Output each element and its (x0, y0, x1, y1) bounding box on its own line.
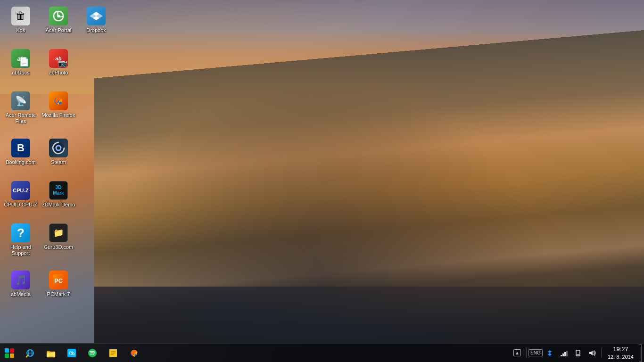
taskbar-explorer-button[interactable] (41, 344, 61, 362)
taskbar-firefox-button[interactable] (124, 344, 144, 362)
icon-pcmark[interactable]: PC PCMark 7 (40, 268, 77, 300)
taskbar-tray: ▲ ENG (511, 344, 644, 362)
svg-point-30 (578, 354, 578, 355)
tray-expand-button[interactable]: ▲ (511, 344, 524, 362)
system-clock[interactable]: 19:27 12. 8. 2014 (604, 344, 637, 362)
volume-icon[interactable] (586, 344, 599, 362)
clock-time: 19:27 (613, 346, 628, 354)
icon-3dmark[interactable]: 3DMark 3DMark Demo (40, 178, 77, 211)
svg-rect-26 (564, 352, 566, 356)
taskbar-ie-button[interactable] (20, 344, 41, 362)
desktop: 🗑 Koš ab abDocs 📡 Acer Remote Files B Bo… (0, 0, 644, 362)
svg-point-17 (88, 349, 97, 357)
icon-steam[interactable]: Steam (40, 136, 77, 168)
icon-abdocs[interactable]: ab 📄 abDocs (2, 46, 40, 79)
icon-help[interactable]: ? Help and Support (2, 221, 40, 259)
icon-guru3d[interactable]: 📁 Guru3D.com (40, 221, 77, 253)
svg-rect-24 (561, 355, 562, 356)
taskbar-sticky-button[interactable] (103, 344, 124, 362)
mobile-icon[interactable] (571, 344, 585, 362)
svg-rect-25 (562, 354, 564, 356)
start-button[interactable] (0, 344, 19, 362)
svg-rect-14 (47, 353, 55, 356)
start-icon (5, 348, 14, 358)
taskbar: 🛍 (0, 343, 644, 362)
icon-firefox[interactable]: Mozilla Firefox (40, 89, 77, 121)
taskbar-pinned-icons: 🛍 (20, 344, 144, 362)
icon-acer-portal[interactable]: Acer Portal (40, 4, 77, 36)
network-icon[interactable] (557, 344, 570, 362)
icon-cpuz[interactable]: CPU-Z CPUID CPU-Z (2, 178, 40, 211)
icon-trash[interactable]: 🗑 Koš (2, 4, 40, 36)
show-desktop-button[interactable] (638, 344, 642, 362)
icon-booking[interactable]: B Booking.com (2, 136, 40, 168)
icon-abphoto[interactable]: ab 📷 abPhoto (40, 46, 77, 79)
svg-rect-29 (577, 354, 579, 354)
icon-abmedia[interactable]: 🎵 abMedia (2, 268, 40, 300)
taskbar-store-button[interactable]: 🛍 (61, 344, 82, 362)
icon-dropbox[interactable]: Dropbox (77, 4, 115, 36)
svg-text:PC: PC (54, 277, 63, 284)
taskbar-spotify-button[interactable] (82, 344, 103, 362)
svg-text:🛍: 🛍 (69, 350, 74, 356)
icon-acer-remote[interactable]: 📡 Acer Remote Files (2, 89, 40, 127)
dropbox-tray-icon[interactable] (543, 344, 556, 362)
bg-overlay (0, 0, 644, 362)
keyboard-layout-indicator[interactable]: ENG (529, 344, 542, 362)
tray-separator-2 (601, 348, 602, 358)
svg-marker-31 (589, 351, 593, 355)
svg-marker-23 (548, 350, 552, 356)
svg-point-0 (57, 15, 60, 17)
svg-rect-27 (566, 351, 568, 356)
tray-separator (526, 348, 527, 358)
clock-date: 12. 8. 2014 (608, 354, 634, 360)
